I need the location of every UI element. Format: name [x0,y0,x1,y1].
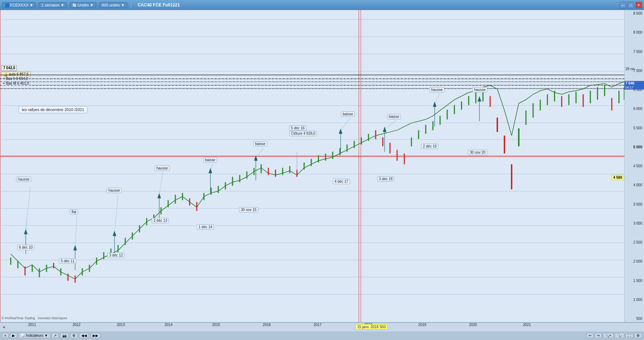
y-axis: 8 500 8 000 7 500 7 000 6 500 6 000 5 50… [624,10,644,322]
indicators-btn[interactable]: 📊 Indicateurs ▼ [19,333,50,338]
unit-value-chevron: ▼ [121,3,125,7]
date-2dec13: 2 déc 13 [152,218,169,223]
unit-mode-label: Unités [78,3,89,7]
date-4dec17: 4 déc 17 [333,179,350,184]
annotation-hausse4: hausse [429,87,444,92]
x-highlight: 15 janv. 2018 S03 [355,324,387,330]
candlestick-chart [0,10,624,322]
timeframe-label: 1 semaine [41,3,59,7]
tools-bar: « ▶ 📊 Indicateurs ▼ ↗ 📷 ⚙ ◀◀ ▶▶ ↩ ↪ 🔍+ 🔍… [0,331,644,340]
chart-wrapper: 8 500 8 000 7 500 7 000 6 500 6 000 5 50… [0,10,644,340]
y-label-5000: 5 000 [625,145,643,149]
svg-line-116 [26,188,30,229]
svg-line-118 [114,195,118,233]
annotation-baisse4: baisse [387,114,401,119]
close-button[interactable]: ✕ [635,2,642,8]
date-1dec14: 1 déc 14 [197,224,214,230]
symbol-chevron: ▼ [29,3,33,7]
y-label-3000: 3 000 [625,221,643,225]
minimize-button[interactable]: — [620,2,626,8]
svg-marker-115 [478,96,481,101]
date-6dec10: 6 déc 10 [17,245,34,250]
annotation-hausse2: hausse [107,188,122,193]
svg-marker-109 [339,128,342,134]
svg-line-123 [386,120,396,128]
unit-value-label: 600 unités [102,3,120,7]
fullscreen-btn[interactable]: ⛶ [625,333,633,338]
x-2013: 2013 [117,323,125,327]
date-3dec12: 3 déc 12 [107,253,125,258]
unit-value-dropdown[interactable]: 600 unités ▼ [99,2,127,8]
annotation-baisse3: baisse [341,111,355,117]
y-label-500: 500 [625,317,643,321]
x-2021: 2021 [523,323,531,327]
date-2dec19: 2 déc 19 [421,144,438,149]
xaxis-labels: 2011 2012 2013 2014 2015 2016 2017 2018 … [7,323,641,331]
x-2012: 2012 [73,323,80,327]
instrument-title: CAC40 FCE Full1221 [138,3,180,8]
annotation-hausse5: hausse [472,87,487,92]
y-label-2500: 2 500 [625,240,643,244]
x-2014: 2014 [165,323,172,327]
bottom-toolbar: « 2011 2012 2013 2014 2015 2016 2017 201… [0,322,644,340]
svg-line-121 [257,148,263,157]
annotation-flat: flat [70,209,78,215]
zoom-out-btn[interactable]: 🔍- [615,333,624,338]
undo-btn[interactable]: ↩ [586,333,594,338]
share-btn[interactable]: ↗ [52,333,59,338]
annotation-hausse3: hausse [155,166,170,171]
app-icon: 🟦 [5,3,9,7]
y-label-6000: 6 000 [625,107,643,111]
zoom-in-btn[interactable]: 🔍+ [603,333,614,338]
play-btn[interactable]: ▶ [10,333,17,338]
watermark: © ProRealTime Trading Données historique… [1,316,67,320]
camera-btn[interactable]: 📷 [60,333,69,338]
chart-icon: 📊 [21,334,25,337]
indicators-chevron: ▼ [44,334,48,337]
window-controls: — □ ✕ [620,2,642,8]
maximize-button[interactable]: □ [628,2,634,8]
annotation-baisse1: baisse [203,157,217,163]
y-label-2000: 2 000 [625,259,643,263]
annotation-hausse1: hausse [16,177,31,182]
xaxis-bar: « 2011 2012 2013 2014 2015 2016 2017 201… [0,322,644,331]
x-2016: 2016 [263,323,271,327]
nav-left-btn[interactable]: « [3,325,5,330]
price-right-time: 09:17 [624,85,644,90]
settings-btn[interactable]: ⚙ [70,333,78,338]
redo-btn[interactable]: ↪ [595,333,602,338]
y-label-8000: 8 000 [625,30,643,34]
nav-fwd-btn[interactable]: ▶▶ [91,333,101,338]
x-2015: 2015 [212,323,220,327]
timeframe-dropdown[interactable]: 1 semaine ▼ [39,2,67,8]
y-label-4500: 4 500 [625,164,643,168]
y-label-1000: 1 000 [625,298,643,302]
unit-mode-btn[interactable]: 🔄 Unités ▼ [70,2,96,8]
chart-area[interactable]: 8 500 8 000 7 500 7 000 6 500 6 000 5 50… [0,10,644,322]
annotation-cloture: Clôture 4 828,0 [289,131,317,136]
indicators-label: Indicateurs [26,334,43,337]
y-label-5500: 5 500 [625,126,643,130]
nav-prev-btn[interactable]: « [2,333,9,338]
svg-line-119 [159,173,163,195]
annotation-5dec16: 5 déc 16 [289,125,306,131]
y-label-3500: 3 500 [625,202,643,206]
price-label-29no: 29 no [624,67,644,71]
timeframe-chevron: ▼ [60,3,64,7]
svg-line-122 [341,118,350,130]
symbol-dropdown[interactable]: 🟦 FCEXXXX ▼ [2,2,36,8]
unit-mode-chevron: ▼ [90,3,94,7]
svg-line-117 [75,216,77,247]
svg-line-125 [480,94,482,97]
x-2011: 2011 [28,323,36,327]
nav-back-btn[interactable]: ◀◀ [79,333,89,338]
symbol-label: FCEXXXX [10,3,28,7]
y-label-8500: 8 500 [625,11,643,15]
svg-line-120 [210,164,213,169]
date-3dec18: 3 déc 18 [377,176,394,182]
date-30nov20: 30 nov 20 [468,150,487,155]
annotation-baisse2: baisse [253,141,267,147]
gear-btn[interactable]: ⚙ [634,333,642,338]
x-2020: 2020 [469,323,477,327]
svg-line-124 [436,94,439,102]
